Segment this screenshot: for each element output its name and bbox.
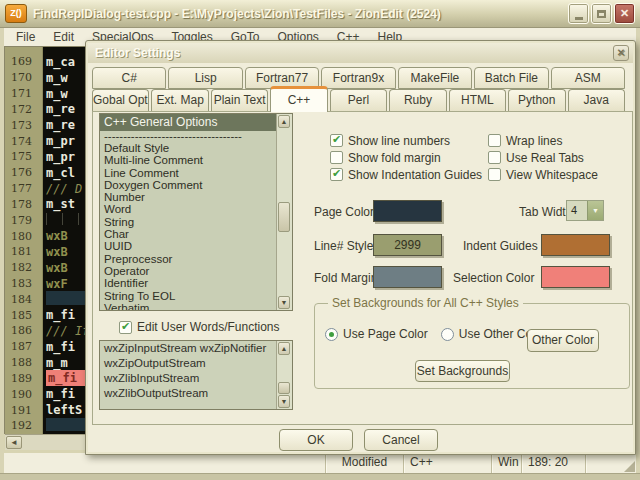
user-word-line[interactable]: wxZipOutputStream [100, 356, 277, 371]
checkbox-label: Wrap lines [506, 134, 562, 148]
style-list-item[interactable]: Multi-line Comment [100, 154, 277, 166]
indent-guides-swatch[interactable] [541, 234, 610, 256]
checkbox-box[interactable] [330, 134, 343, 147]
window-titlebar[interactable]: Z() FindReplDialog-test.cpp - E:\MyProje… [0, 0, 640, 28]
close-button[interactable]: ✕ [614, 3, 635, 24]
scroll-thumb[interactable] [278, 202, 290, 232]
group-title: Set Backgrounds for All C++ Styles [328, 296, 523, 310]
dialog-close-button[interactable]: ✕ [613, 45, 629, 61]
tab[interactable]: Fortran9x [321, 67, 395, 89]
set-backgrounds-button[interactable]: Set Backgrounds [415, 360, 510, 382]
scroll-left-button[interactable]: ◄ [6, 436, 22, 449]
line-number: 178 [5, 198, 38, 211]
checkbox-box[interactable] [488, 151, 501, 164]
style-list-item[interactable]: Identifier [100, 277, 277, 289]
tab[interactable]: Ext. Map [151, 89, 208, 111]
resize-grip[interactable] [624, 461, 635, 472]
user-words-scrollbar[interactable]: ▲ ▼ [276, 341, 292, 409]
tab-label: Batch File [485, 71, 538, 85]
selection-color-swatch[interactable] [541, 266, 610, 288]
scroll-up-button[interactable]: ▲ [278, 342, 290, 355]
tab-width-value: 4 [567, 201, 587, 220]
radio-circle[interactable] [441, 328, 454, 341]
style-list-selected-item[interactable]: C++ General Options [100, 114, 277, 131]
style-list-item[interactable]: Verbatim [100, 302, 277, 311]
scroll-up-button[interactable]: ▲ [278, 115, 290, 128]
dropdown-arrow-icon[interactable]: ▼ [587, 201, 603, 220]
style-list-item[interactable]: Doxygen Comment [100, 179, 277, 191]
style-list-item[interactable]: Word [100, 203, 277, 215]
tab[interactable]: Perl [330, 89, 387, 111]
tab[interactable]: Lisp [168, 67, 242, 89]
minimize-button[interactable] [568, 3, 589, 24]
user-word-line[interactable]: wxZipInputStream wxZipNotifier [100, 341, 277, 356]
ok-button[interactable]: OK [279, 429, 353, 451]
style-list-item[interactable]: UUID [100, 240, 277, 252]
scroll-down-button[interactable]: ▼ [278, 296, 290, 309]
line-number: 191 [5, 404, 38, 417]
checkbox-box[interactable] [119, 321, 132, 334]
tab[interactable]: Batch File [474, 67, 548, 89]
code-text: wxF [46, 277, 68, 291]
tab[interactable]: Gobal Options [92, 89, 149, 111]
line-number: 190 [5, 388, 38, 401]
tab[interactable]: C# [92, 67, 166, 89]
style-list-scrollbar[interactable]: ▲ ▼ [276, 114, 292, 310]
user-word-line[interactable]: wxZlibOutputStream [100, 386, 277, 401]
checkbox-box[interactable] [488, 134, 501, 147]
option-checkbox[interactable]: Show fold margin [330, 149, 488, 166]
option-checkbox[interactable]: Wrap lines [488, 132, 598, 149]
style-list-item[interactable]: Number [100, 191, 277, 203]
style-listbox[interactable]: C++ General Options --------------------… [99, 113, 293, 311]
checkbox-box[interactable] [330, 168, 343, 181]
tab[interactable]: HTML [449, 89, 506, 111]
style-list-item[interactable]: Preprocessor [100, 253, 277, 265]
menu-item[interactable]: File [7, 28, 44, 46]
tab[interactable]: MakeFile [398, 67, 472, 89]
cancel-button[interactable]: Cancel [364, 429, 438, 451]
minimize-icon [575, 17, 583, 20]
edit-user-words-checkbox[interactable]: Edit User Words/Functions [119, 320, 280, 334]
style-list-item[interactable]: Operator [100, 265, 277, 277]
code-text: /// D [46, 182, 82, 196]
scroll-thumb[interactable] [278, 382, 290, 394]
code-text [46, 213, 82, 225]
checkbox-label: Show line numbers [348, 134, 450, 148]
tab[interactable]: Java [568, 89, 625, 111]
option-checkbox[interactable]: Show Indentation Guides [330, 166, 488, 183]
tab-label: Fortran77 [256, 71, 308, 85]
fold-margin-swatch[interactable] [373, 266, 442, 288]
tab[interactable]: Ruby [389, 89, 446, 111]
scroll-down-button[interactable]: ▼ [278, 395, 290, 408]
menu-item[interactable]: Edit [44, 28, 83, 46]
background-radio[interactable]: Use Page Color [325, 327, 428, 341]
tab[interactable]: Plain Text [211, 89, 268, 111]
checkbox-box[interactable] [330, 151, 343, 164]
style-list-item[interactable]: Line Comment [100, 167, 277, 179]
tab-label: Gobal Options [93, 93, 149, 107]
line-number: 188 [5, 356, 38, 369]
checkbox-box[interactable] [488, 168, 501, 181]
code-text: /// If [46, 324, 89, 338]
tab-width-combo[interactable]: 4 ▼ [566, 200, 604, 221]
line-number: 182 [5, 261, 38, 274]
tab[interactable]: ASM [551, 67, 625, 89]
line-number: 170 [5, 71, 38, 84]
tab[interactable]: Python [508, 89, 565, 111]
line-style-swatch[interactable]: 2999 [373, 234, 442, 256]
option-checkbox[interactable]: View Whitespace [488, 166, 598, 183]
style-list-item[interactable]: Default Style [100, 142, 277, 154]
style-list-item[interactable]: String [100, 216, 277, 228]
page-color-swatch[interactable] [373, 200, 442, 222]
user-word-line[interactable]: wxZlibInputStream [100, 371, 277, 386]
style-list-item[interactable]: Char [100, 228, 277, 240]
radio-circle[interactable] [325, 328, 338, 341]
tab[interactable]: C++ [270, 86, 327, 112]
option-checkbox[interactable]: Use Real Tabs [488, 149, 598, 166]
other-color-button[interactable]: Other Color [527, 329, 599, 352]
maximize-button[interactable] [591, 3, 612, 24]
user-words-listbox[interactable]: wxZipInputStream wxZipNotifierwxZipOutpu… [99, 340, 293, 410]
style-list-item[interactable]: String To EOL [100, 290, 277, 302]
option-checkbox[interactable]: Show line numbers [330, 132, 488, 149]
dialog-titlebar[interactable]: Editor Settings ✕ [88, 43, 633, 63]
